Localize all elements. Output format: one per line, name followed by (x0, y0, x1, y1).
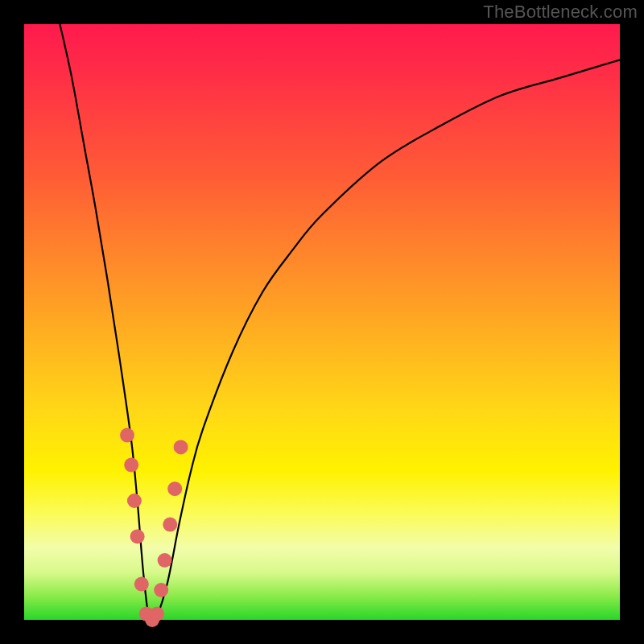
chart-svg (24, 24, 620, 620)
highlight-dot (127, 493, 142, 508)
highlight-dot (130, 529, 145, 543)
highlight-dot (167, 481, 182, 496)
highlight-dot (124, 458, 138, 473)
highlight-dot (150, 607, 164, 621)
highlight-dot (174, 440, 188, 454)
chart-frame: TheBottleneck.com (0, 0, 644, 644)
highlight-dot (134, 577, 149, 592)
plot-area (24, 24, 620, 620)
highlight-dot (163, 518, 177, 532)
highlight-dot (154, 583, 168, 597)
watermark-text: TheBottleneck.com (483, 2, 638, 23)
highlight-dot (158, 553, 172, 568)
highlight-dot (120, 428, 134, 443)
